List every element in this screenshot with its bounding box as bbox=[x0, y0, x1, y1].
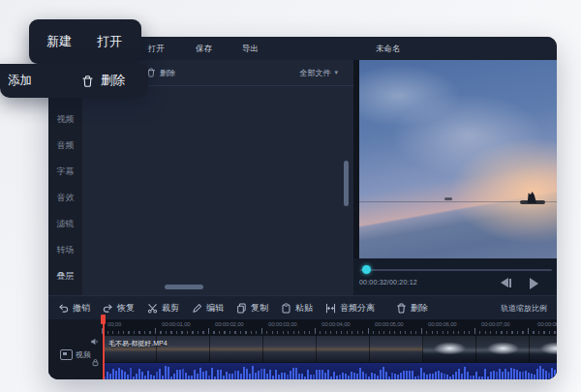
copy-icon bbox=[236, 303, 247, 314]
media-vertical-scrollbar[interactable] bbox=[344, 161, 349, 206]
clip-thumbnail bbox=[317, 336, 370, 362]
previous-frame-button[interactable] bbox=[501, 278, 511, 287]
rail-item-transition[interactable]: 转场 bbox=[48, 244, 82, 256]
rail-item-audio[interactable]: 音频 bbox=[48, 139, 82, 151]
track-zoom-label: 轨道缩放比例 bbox=[501, 303, 557, 314]
audio-split-icon bbox=[325, 303, 336, 314]
screen: 打开 保存 导出 未命名 视频 音频 字幕 音效 滤镜 转场 叠层 贴图 bbox=[0, 0, 581, 392]
clip-thumbnail bbox=[423, 336, 476, 362]
popup-add-button[interactable]: 添加 bbox=[8, 64, 32, 98]
seek-bar[interactable] bbox=[360, 269, 552, 271]
pencil-icon bbox=[192, 303, 202, 314]
rock-base bbox=[520, 200, 545, 204]
playback-time: 00:00:32/00:20:12 bbox=[359, 279, 417, 286]
undo-button[interactable]: 撤销 bbox=[58, 302, 90, 315]
audio-waveform bbox=[104, 363, 557, 379]
file-filter-dropdown[interactable]: 全部文件 ▾ bbox=[299, 60, 338, 85]
scissors-icon bbox=[147, 303, 158, 314]
audio-split-button[interactable]: 音频分离 bbox=[325, 302, 375, 315]
clip-thumbnails bbox=[104, 336, 557, 362]
popup-actions: 添加 删除 bbox=[0, 64, 148, 98]
trim-button[interactable]: 裁剪 bbox=[147, 302, 179, 315]
menu-export[interactable]: 导出 bbox=[242, 37, 259, 60]
rail-item-subtitle[interactable]: 字幕 bbox=[48, 166, 82, 177]
timeline: 视频 00,00 00:00:01,00 00:00:02,00 00:00:0… bbox=[48, 319, 557, 379]
media-delete-label: 删除 bbox=[160, 68, 175, 78]
popup-open-button[interactable]: 打开 bbox=[97, 19, 122, 64]
paste-button[interactable]: 粘贴 bbox=[281, 302, 313, 315]
clip-thumbnail bbox=[263, 336, 317, 362]
track-gutter: 视频 bbox=[48, 319, 102, 379]
popup-delete-button[interactable]: 删除 bbox=[81, 64, 125, 98]
redo-button[interactable]: 恢复 bbox=[103, 302, 135, 315]
rail-item-soundfx[interactable]: 音效 bbox=[48, 192, 82, 203]
seek-knob[interactable] bbox=[362, 265, 371, 274]
trash-icon bbox=[396, 303, 407, 314]
rail-item-video[interactable]: 视频 bbox=[48, 113, 82, 125]
speaker-icon[interactable] bbox=[90, 337, 100, 347]
clip-name: 毛不易-都挺好.MP4 bbox=[108, 339, 168, 348]
project-title: 未命名 bbox=[376, 37, 401, 60]
rock-small bbox=[444, 197, 452, 200]
clip-thumbnail bbox=[370, 336, 423, 362]
trash-icon bbox=[81, 75, 94, 88]
player-controls: 00:00:32/00:20:12 bbox=[353, 258, 557, 295]
lock-icon[interactable] bbox=[91, 358, 100, 367]
clip-thumbnail bbox=[476, 336, 530, 362]
play-button[interactable] bbox=[530, 278, 538, 289]
ruler-major-ticks bbox=[102, 328, 557, 334]
chevron-down-icon: ▾ bbox=[334, 69, 338, 76]
preview-panel: 00:00:32/00:20:12 bbox=[353, 60, 557, 295]
play-icon bbox=[530, 278, 538, 289]
rail-item-filter[interactable]: 滤镜 bbox=[48, 218, 82, 229]
copy-button[interactable]: 复制 bbox=[236, 302, 268, 315]
popup-file-menu: 新建 打开 bbox=[29, 19, 141, 64]
video-clip[interactable]: 毛不易-都挺好.MP4 bbox=[104, 336, 557, 362]
rail-item-overlay[interactable]: 叠层 bbox=[48, 270, 82, 282]
delete-button[interactable]: 删除 bbox=[396, 302, 428, 315]
clip-thumbnail bbox=[210, 336, 263, 362]
paste-icon bbox=[281, 303, 291, 314]
video-track-label: 视频 bbox=[76, 349, 91, 360]
media-delete-button[interactable]: 删除 bbox=[146, 60, 175, 85]
menu-save[interactable]: 保存 bbox=[196, 37, 212, 60]
timeline-ruler[interactable]: 00,00 00:00:01,00 00:00:02,00 00:00:03,0… bbox=[102, 319, 557, 335]
popup-new-button[interactable]: 新建 bbox=[46, 19, 72, 64]
audio-clip[interactable] bbox=[104, 363, 557, 379]
video-viewport bbox=[359, 60, 557, 258]
menu-open[interactable]: 打开 bbox=[148, 37, 165, 60]
video-track-icon bbox=[60, 349, 73, 360]
clip-thumbnail bbox=[530, 336, 557, 362]
playhead-line bbox=[103, 322, 105, 379]
media-horizontal-scrollbar[interactable] bbox=[165, 285, 203, 289]
edit-toolbar: 撤销 恢复 裁剪 编辑 bbox=[48, 295, 557, 319]
undo-icon bbox=[58, 303, 69, 314]
redo-icon bbox=[103, 303, 113, 314]
file-filter-label: 全部文件 bbox=[299, 68, 330, 78]
edit-button[interactable]: 编辑 bbox=[192, 302, 224, 315]
step-back-icon bbox=[501, 278, 508, 287]
